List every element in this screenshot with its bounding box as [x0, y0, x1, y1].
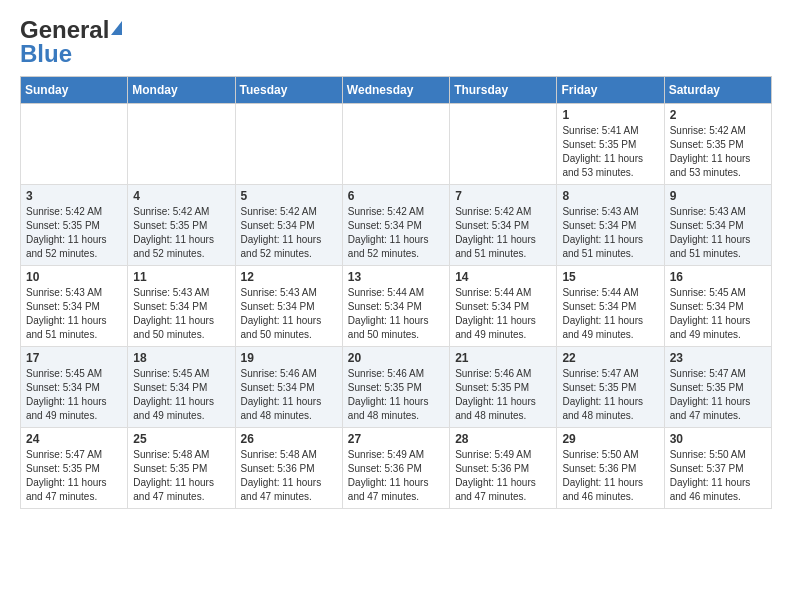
- day-info: Sunrise: 5:42 AMSunset: 5:35 PMDaylight:…: [670, 124, 766, 180]
- day-number: 29: [562, 432, 658, 446]
- day-number: 20: [348, 351, 444, 365]
- day-cell: 29Sunrise: 5:50 AMSunset: 5:36 PMDayligh…: [557, 428, 664, 509]
- day-cell: 23Sunrise: 5:47 AMSunset: 5:35 PMDayligh…: [664, 347, 771, 428]
- day-cell: 18Sunrise: 5:45 AMSunset: 5:34 PMDayligh…: [128, 347, 235, 428]
- day-info: Sunrise: 5:43 AMSunset: 5:34 PMDaylight:…: [241, 286, 337, 342]
- col-header-sunday: Sunday: [21, 77, 128, 104]
- day-number: 24: [26, 432, 122, 446]
- day-number: 23: [670, 351, 766, 365]
- day-number: 18: [133, 351, 229, 365]
- day-info: Sunrise: 5:44 AMSunset: 5:34 PMDaylight:…: [562, 286, 658, 342]
- day-number: 7: [455, 189, 551, 203]
- col-header-saturday: Saturday: [664, 77, 771, 104]
- day-cell: 25Sunrise: 5:48 AMSunset: 5:35 PMDayligh…: [128, 428, 235, 509]
- day-cell: 30Sunrise: 5:50 AMSunset: 5:37 PMDayligh…: [664, 428, 771, 509]
- day-number: 21: [455, 351, 551, 365]
- day-number: 9: [670, 189, 766, 203]
- calendar-table: SundayMondayTuesdayWednesdayThursdayFrid…: [20, 76, 772, 509]
- day-cell: 4Sunrise: 5:42 AMSunset: 5:35 PMDaylight…: [128, 185, 235, 266]
- day-number: 30: [670, 432, 766, 446]
- day-info: Sunrise: 5:43 AMSunset: 5:34 PMDaylight:…: [26, 286, 122, 342]
- calendar-wrapper: SundayMondayTuesdayWednesdayThursdayFrid…: [0, 76, 792, 519]
- day-cell: 3Sunrise: 5:42 AMSunset: 5:35 PMDaylight…: [21, 185, 128, 266]
- logo-blue: Blue: [20, 40, 72, 68]
- week-row-1: 1Sunrise: 5:41 AMSunset: 5:35 PMDaylight…: [21, 104, 772, 185]
- day-info: Sunrise: 5:48 AMSunset: 5:35 PMDaylight:…: [133, 448, 229, 504]
- day-cell: 6Sunrise: 5:42 AMSunset: 5:34 PMDaylight…: [342, 185, 449, 266]
- day-number: 22: [562, 351, 658, 365]
- day-cell: 28Sunrise: 5:49 AMSunset: 5:36 PMDayligh…: [450, 428, 557, 509]
- day-cell: 12Sunrise: 5:43 AMSunset: 5:34 PMDayligh…: [235, 266, 342, 347]
- day-info: Sunrise: 5:42 AMSunset: 5:34 PMDaylight:…: [348, 205, 444, 261]
- day-cell: 2Sunrise: 5:42 AMSunset: 5:35 PMDaylight…: [664, 104, 771, 185]
- day-cell: 26Sunrise: 5:48 AMSunset: 5:36 PMDayligh…: [235, 428, 342, 509]
- day-cell: 14Sunrise: 5:44 AMSunset: 5:34 PMDayligh…: [450, 266, 557, 347]
- day-cell: 24Sunrise: 5:47 AMSunset: 5:35 PMDayligh…: [21, 428, 128, 509]
- day-cell: 11Sunrise: 5:43 AMSunset: 5:34 PMDayligh…: [128, 266, 235, 347]
- day-number: 3: [26, 189, 122, 203]
- logo: General Blue: [20, 16, 122, 68]
- col-header-friday: Friday: [557, 77, 664, 104]
- day-number: 16: [670, 270, 766, 284]
- col-header-thursday: Thursday: [450, 77, 557, 104]
- day-cell: 13Sunrise: 5:44 AMSunset: 5:34 PMDayligh…: [342, 266, 449, 347]
- day-cell: [21, 104, 128, 185]
- day-info: Sunrise: 5:50 AMSunset: 5:37 PMDaylight:…: [670, 448, 766, 504]
- day-cell: 19Sunrise: 5:46 AMSunset: 5:34 PMDayligh…: [235, 347, 342, 428]
- day-cell: 10Sunrise: 5:43 AMSunset: 5:34 PMDayligh…: [21, 266, 128, 347]
- day-cell: 15Sunrise: 5:44 AMSunset: 5:34 PMDayligh…: [557, 266, 664, 347]
- day-cell: 21Sunrise: 5:46 AMSunset: 5:35 PMDayligh…: [450, 347, 557, 428]
- day-info: Sunrise: 5:44 AMSunset: 5:34 PMDaylight:…: [348, 286, 444, 342]
- day-cell: 17Sunrise: 5:45 AMSunset: 5:34 PMDayligh…: [21, 347, 128, 428]
- day-number: 19: [241, 351, 337, 365]
- day-cell: [235, 104, 342, 185]
- day-number: 2: [670, 108, 766, 122]
- day-number: 4: [133, 189, 229, 203]
- day-cell: 1Sunrise: 5:41 AMSunset: 5:35 PMDaylight…: [557, 104, 664, 185]
- logo-triangle-icon: [111, 21, 122, 35]
- day-number: 14: [455, 270, 551, 284]
- day-info: Sunrise: 5:44 AMSunset: 5:34 PMDaylight:…: [455, 286, 551, 342]
- day-cell: 27Sunrise: 5:49 AMSunset: 5:36 PMDayligh…: [342, 428, 449, 509]
- day-number: 25: [133, 432, 229, 446]
- day-cell: 16Sunrise: 5:45 AMSunset: 5:34 PMDayligh…: [664, 266, 771, 347]
- day-info: Sunrise: 5:45 AMSunset: 5:34 PMDaylight:…: [670, 286, 766, 342]
- day-info: Sunrise: 5:42 AMSunset: 5:35 PMDaylight:…: [26, 205, 122, 261]
- week-row-5: 24Sunrise: 5:47 AMSunset: 5:35 PMDayligh…: [21, 428, 772, 509]
- day-cell: [128, 104, 235, 185]
- day-info: Sunrise: 5:43 AMSunset: 5:34 PMDaylight:…: [562, 205, 658, 261]
- col-header-wednesday: Wednesday: [342, 77, 449, 104]
- day-number: 10: [26, 270, 122, 284]
- day-info: Sunrise: 5:42 AMSunset: 5:35 PMDaylight:…: [133, 205, 229, 261]
- day-number: 17: [26, 351, 122, 365]
- day-cell: [450, 104, 557, 185]
- day-number: 15: [562, 270, 658, 284]
- day-cell: 8Sunrise: 5:43 AMSunset: 5:34 PMDaylight…: [557, 185, 664, 266]
- day-info: Sunrise: 5:49 AMSunset: 5:36 PMDaylight:…: [348, 448, 444, 504]
- day-info: Sunrise: 5:50 AMSunset: 5:36 PMDaylight:…: [562, 448, 658, 504]
- day-number: 6: [348, 189, 444, 203]
- day-cell: [342, 104, 449, 185]
- day-number: 5: [241, 189, 337, 203]
- day-cell: 9Sunrise: 5:43 AMSunset: 5:34 PMDaylight…: [664, 185, 771, 266]
- day-cell: 5Sunrise: 5:42 AMSunset: 5:34 PMDaylight…: [235, 185, 342, 266]
- day-info: Sunrise: 5:49 AMSunset: 5:36 PMDaylight:…: [455, 448, 551, 504]
- day-info: Sunrise: 5:45 AMSunset: 5:34 PMDaylight:…: [26, 367, 122, 423]
- day-info: Sunrise: 5:45 AMSunset: 5:34 PMDaylight:…: [133, 367, 229, 423]
- day-cell: 20Sunrise: 5:46 AMSunset: 5:35 PMDayligh…: [342, 347, 449, 428]
- day-info: Sunrise: 5:43 AMSunset: 5:34 PMDaylight:…: [670, 205, 766, 261]
- day-info: Sunrise: 5:47 AMSunset: 5:35 PMDaylight:…: [562, 367, 658, 423]
- day-number: 12: [241, 270, 337, 284]
- header-row: SundayMondayTuesdayWednesdayThursdayFrid…: [21, 77, 772, 104]
- header: General Blue: [0, 0, 792, 76]
- week-row-2: 3Sunrise: 5:42 AMSunset: 5:35 PMDaylight…: [21, 185, 772, 266]
- col-header-tuesday: Tuesday: [235, 77, 342, 104]
- day-cell: 7Sunrise: 5:42 AMSunset: 5:34 PMDaylight…: [450, 185, 557, 266]
- day-info: Sunrise: 5:46 AMSunset: 5:35 PMDaylight:…: [455, 367, 551, 423]
- day-info: Sunrise: 5:42 AMSunset: 5:34 PMDaylight:…: [241, 205, 337, 261]
- day-info: Sunrise: 5:47 AMSunset: 5:35 PMDaylight:…: [26, 448, 122, 504]
- day-info: Sunrise: 5:46 AMSunset: 5:34 PMDaylight:…: [241, 367, 337, 423]
- day-info: Sunrise: 5:41 AMSunset: 5:35 PMDaylight:…: [562, 124, 658, 180]
- day-info: Sunrise: 5:48 AMSunset: 5:36 PMDaylight:…: [241, 448, 337, 504]
- day-number: 1: [562, 108, 658, 122]
